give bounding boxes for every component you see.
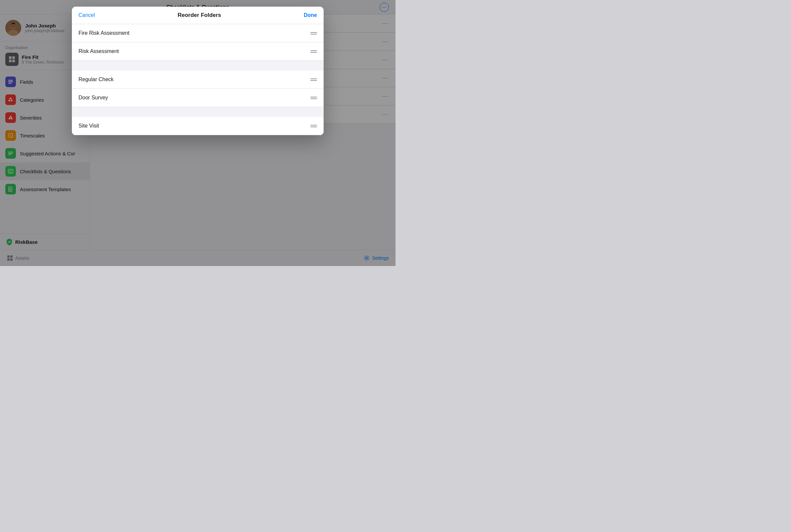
- modal-header: Cancel Reorder Folders Done: [72, 7, 324, 24]
- folder-name-risk-assessment: Risk Assessment: [78, 49, 119, 54]
- drag-handle-site-visit[interactable]: [310, 125, 317, 127]
- folder-item-site-visit[interactable]: Site Visit: [72, 117, 324, 135]
- folder-item-regular-check[interactable]: Regular Check: [72, 71, 324, 89]
- drag-handle-risk-assessment[interactable]: [310, 50, 317, 53]
- modal-cancel-button[interactable]: Cancel: [78, 12, 95, 18]
- folder-name-door-survey: Door Survey: [78, 95, 108, 101]
- modal-done-button[interactable]: Done: [304, 12, 317, 18]
- folder-item-risk-assessment[interactable]: Risk Assessment: [72, 42, 324, 61]
- drag-handle-fire-risk[interactable]: [310, 32, 317, 35]
- drag-handle-regular-check[interactable]: [310, 78, 317, 81]
- folder-name-fire-risk: Fire Risk Assessment: [78, 30, 130, 36]
- modal-title: Reorder Folders: [177, 12, 221, 19]
- folder-name-regular-check: Regular Check: [78, 77, 114, 82]
- folder-item-door-survey[interactable]: Door Survey: [72, 89, 324, 107]
- drag-handle-door-survey[interactable]: [310, 97, 317, 99]
- folder-gap-2: [72, 107, 324, 117]
- folder-item-fire-risk[interactable]: Fire Risk Assessment: [72, 24, 324, 42]
- modal-overlay: Cancel Reorder Folders Done Fire Risk As…: [0, 0, 396, 266]
- folder-gap-1: [72, 61, 324, 71]
- reorder-folders-modal: Cancel Reorder Folders Done Fire Risk As…: [72, 7, 324, 135]
- folder-name-site-visit: Site Visit: [78, 123, 99, 129]
- modal-body: Fire Risk Assessment Risk Assessment Reg…: [72, 24, 324, 135]
